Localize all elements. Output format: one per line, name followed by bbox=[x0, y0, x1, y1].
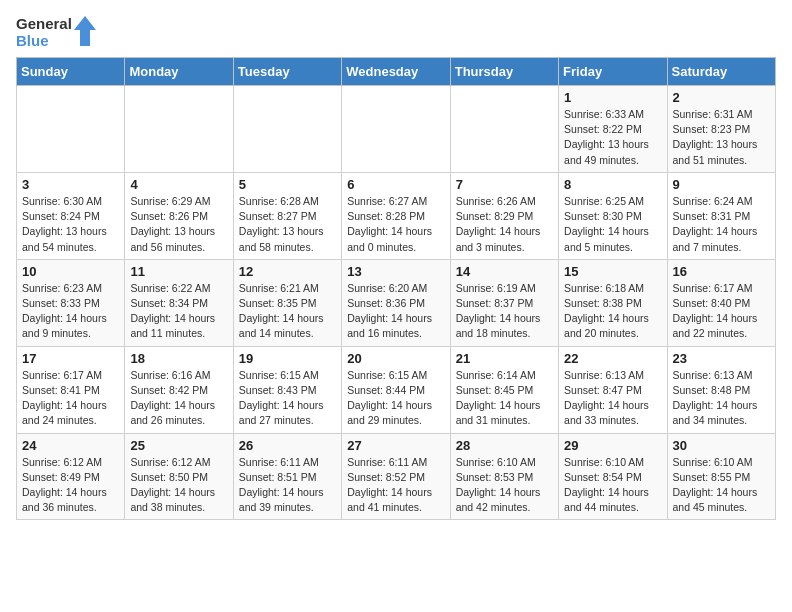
day-number: 9 bbox=[673, 177, 770, 192]
logo-blue: Blue bbox=[16, 33, 72, 50]
day-cell bbox=[450, 86, 558, 173]
day-cell: 22Sunrise: 6:13 AM Sunset: 8:47 PM Dayli… bbox=[559, 346, 667, 433]
day-number: 15 bbox=[564, 264, 661, 279]
day-detail: Sunrise: 6:10 AM Sunset: 8:53 PM Dayligh… bbox=[456, 455, 553, 516]
day-cell: 12Sunrise: 6:21 AM Sunset: 8:35 PM Dayli… bbox=[233, 259, 341, 346]
day-detail: Sunrise: 6:19 AM Sunset: 8:37 PM Dayligh… bbox=[456, 281, 553, 342]
day-detail: Sunrise: 6:30 AM Sunset: 8:24 PM Dayligh… bbox=[22, 194, 119, 255]
day-number: 25 bbox=[130, 438, 227, 453]
day-cell: 16Sunrise: 6:17 AM Sunset: 8:40 PM Dayli… bbox=[667, 259, 775, 346]
day-cell bbox=[342, 86, 450, 173]
day-cell: 17Sunrise: 6:17 AM Sunset: 8:41 PM Dayli… bbox=[17, 346, 125, 433]
day-number: 13 bbox=[347, 264, 444, 279]
col-header-monday: Monday bbox=[125, 58, 233, 86]
day-detail: Sunrise: 6:27 AM Sunset: 8:28 PM Dayligh… bbox=[347, 194, 444, 255]
day-cell: 18Sunrise: 6:16 AM Sunset: 8:42 PM Dayli… bbox=[125, 346, 233, 433]
day-cell: 8Sunrise: 6:25 AM Sunset: 8:30 PM Daylig… bbox=[559, 172, 667, 259]
day-detail: Sunrise: 6:12 AM Sunset: 8:50 PM Dayligh… bbox=[130, 455, 227, 516]
col-header-wednesday: Wednesday bbox=[342, 58, 450, 86]
day-number: 21 bbox=[456, 351, 553, 366]
day-number: 23 bbox=[673, 351, 770, 366]
day-number: 30 bbox=[673, 438, 770, 453]
day-detail: Sunrise: 6:12 AM Sunset: 8:49 PM Dayligh… bbox=[22, 455, 119, 516]
col-header-saturday: Saturday bbox=[667, 58, 775, 86]
day-number: 26 bbox=[239, 438, 336, 453]
day-detail: Sunrise: 6:24 AM Sunset: 8:31 PM Dayligh… bbox=[673, 194, 770, 255]
day-number: 4 bbox=[130, 177, 227, 192]
day-number: 14 bbox=[456, 264, 553, 279]
logo-arrow-icon bbox=[74, 16, 96, 46]
day-cell: 27Sunrise: 6:11 AM Sunset: 8:52 PM Dayli… bbox=[342, 433, 450, 520]
day-detail: Sunrise: 6:10 AM Sunset: 8:54 PM Dayligh… bbox=[564, 455, 661, 516]
logo-svg: General Blue bbox=[16, 16, 96, 49]
day-cell: 15Sunrise: 6:18 AM Sunset: 8:38 PM Dayli… bbox=[559, 259, 667, 346]
day-cell: 20Sunrise: 6:15 AM Sunset: 8:44 PM Dayli… bbox=[342, 346, 450, 433]
day-number: 5 bbox=[239, 177, 336, 192]
day-detail: Sunrise: 6:13 AM Sunset: 8:47 PM Dayligh… bbox=[564, 368, 661, 429]
col-header-sunday: Sunday bbox=[17, 58, 125, 86]
day-number: 27 bbox=[347, 438, 444, 453]
day-detail: Sunrise: 6:16 AM Sunset: 8:42 PM Dayligh… bbox=[130, 368, 227, 429]
day-detail: Sunrise: 6:20 AM Sunset: 8:36 PM Dayligh… bbox=[347, 281, 444, 342]
day-cell: 9Sunrise: 6:24 AM Sunset: 8:31 PM Daylig… bbox=[667, 172, 775, 259]
day-number: 18 bbox=[130, 351, 227, 366]
day-cell: 6Sunrise: 6:27 AM Sunset: 8:28 PM Daylig… bbox=[342, 172, 450, 259]
day-number: 16 bbox=[673, 264, 770, 279]
day-cell: 29Sunrise: 6:10 AM Sunset: 8:54 PM Dayli… bbox=[559, 433, 667, 520]
day-detail: Sunrise: 6:17 AM Sunset: 8:40 PM Dayligh… bbox=[673, 281, 770, 342]
day-cell: 4Sunrise: 6:29 AM Sunset: 8:26 PM Daylig… bbox=[125, 172, 233, 259]
day-detail: Sunrise: 6:28 AM Sunset: 8:27 PM Dayligh… bbox=[239, 194, 336, 255]
day-number: 11 bbox=[130, 264, 227, 279]
day-detail: Sunrise: 6:13 AM Sunset: 8:48 PM Dayligh… bbox=[673, 368, 770, 429]
day-detail: Sunrise: 6:17 AM Sunset: 8:41 PM Dayligh… bbox=[22, 368, 119, 429]
day-cell: 11Sunrise: 6:22 AM Sunset: 8:34 PM Dayli… bbox=[125, 259, 233, 346]
col-header-thursday: Thursday bbox=[450, 58, 558, 86]
day-detail: Sunrise: 6:14 AM Sunset: 8:45 PM Dayligh… bbox=[456, 368, 553, 429]
day-number: 29 bbox=[564, 438, 661, 453]
day-cell: 23Sunrise: 6:13 AM Sunset: 8:48 PM Dayli… bbox=[667, 346, 775, 433]
logo-general: General bbox=[16, 16, 72, 33]
day-number: 24 bbox=[22, 438, 119, 453]
day-detail: Sunrise: 6:15 AM Sunset: 8:44 PM Dayligh… bbox=[347, 368, 444, 429]
col-header-friday: Friday bbox=[559, 58, 667, 86]
day-cell: 21Sunrise: 6:14 AM Sunset: 8:45 PM Dayli… bbox=[450, 346, 558, 433]
day-number: 2 bbox=[673, 90, 770, 105]
day-cell: 5Sunrise: 6:28 AM Sunset: 8:27 PM Daylig… bbox=[233, 172, 341, 259]
day-cell bbox=[233, 86, 341, 173]
day-detail: Sunrise: 6:18 AM Sunset: 8:38 PM Dayligh… bbox=[564, 281, 661, 342]
day-cell: 26Sunrise: 6:11 AM Sunset: 8:51 PM Dayli… bbox=[233, 433, 341, 520]
header-row: SundayMondayTuesdayWednesdayThursdayFrid… bbox=[17, 58, 776, 86]
day-number: 22 bbox=[564, 351, 661, 366]
svg-marker-0 bbox=[74, 16, 96, 46]
day-cell: 7Sunrise: 6:26 AM Sunset: 8:29 PM Daylig… bbox=[450, 172, 558, 259]
day-detail: Sunrise: 6:21 AM Sunset: 8:35 PM Dayligh… bbox=[239, 281, 336, 342]
day-number: 3 bbox=[22, 177, 119, 192]
day-detail: Sunrise: 6:29 AM Sunset: 8:26 PM Dayligh… bbox=[130, 194, 227, 255]
day-detail: Sunrise: 6:22 AM Sunset: 8:34 PM Dayligh… bbox=[130, 281, 227, 342]
day-cell: 28Sunrise: 6:10 AM Sunset: 8:53 PM Dayli… bbox=[450, 433, 558, 520]
day-number: 7 bbox=[456, 177, 553, 192]
day-detail: Sunrise: 6:10 AM Sunset: 8:55 PM Dayligh… bbox=[673, 455, 770, 516]
day-number: 6 bbox=[347, 177, 444, 192]
day-cell bbox=[17, 86, 125, 173]
day-detail: Sunrise: 6:26 AM Sunset: 8:29 PM Dayligh… bbox=[456, 194, 553, 255]
week-row-5: 24Sunrise: 6:12 AM Sunset: 8:49 PM Dayli… bbox=[17, 433, 776, 520]
day-number: 12 bbox=[239, 264, 336, 279]
day-cell: 3Sunrise: 6:30 AM Sunset: 8:24 PM Daylig… bbox=[17, 172, 125, 259]
week-row-2: 3Sunrise: 6:30 AM Sunset: 8:24 PM Daylig… bbox=[17, 172, 776, 259]
day-detail: Sunrise: 6:23 AM Sunset: 8:33 PM Dayligh… bbox=[22, 281, 119, 342]
logo: General Blue bbox=[16, 16, 96, 49]
day-cell: 2Sunrise: 6:31 AM Sunset: 8:23 PM Daylig… bbox=[667, 86, 775, 173]
day-cell: 24Sunrise: 6:12 AM Sunset: 8:49 PM Dayli… bbox=[17, 433, 125, 520]
page-header: General Blue bbox=[16, 16, 776, 49]
calendar-table: SundayMondayTuesdayWednesdayThursdayFrid… bbox=[16, 57, 776, 520]
day-number: 8 bbox=[564, 177, 661, 192]
day-number: 28 bbox=[456, 438, 553, 453]
day-cell: 30Sunrise: 6:10 AM Sunset: 8:55 PM Dayli… bbox=[667, 433, 775, 520]
week-row-3: 10Sunrise: 6:23 AM Sunset: 8:33 PM Dayli… bbox=[17, 259, 776, 346]
day-cell: 25Sunrise: 6:12 AM Sunset: 8:50 PM Dayli… bbox=[125, 433, 233, 520]
col-header-tuesday: Tuesday bbox=[233, 58, 341, 86]
day-detail: Sunrise: 6:11 AM Sunset: 8:52 PM Dayligh… bbox=[347, 455, 444, 516]
day-detail: Sunrise: 6:31 AM Sunset: 8:23 PM Dayligh… bbox=[673, 107, 770, 168]
day-detail: Sunrise: 6:11 AM Sunset: 8:51 PM Dayligh… bbox=[239, 455, 336, 516]
